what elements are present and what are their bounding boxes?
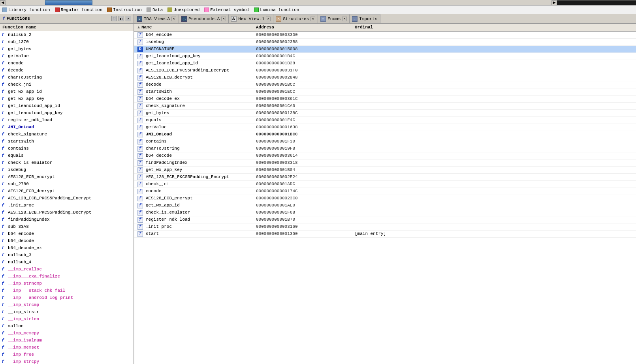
table-row[interactable]: fcharToJstring0000000000019F8: [134, 145, 636, 152]
function-list-item[interactable]: fb64_encode: [0, 230, 134, 237]
function-list-item[interactable]: fget_leancloud_app_id: [0, 102, 134, 109]
table-row[interactable]: fget_leancloud_app_id000000000001B28: [134, 60, 636, 67]
function-list-item[interactable]: fJNI_OnLoad: [0, 124, 134, 131]
function-list-item[interactable]: f__imp___stack_chk_fail: [0, 287, 134, 294]
function-list-item[interactable]: fb64_decode: [0, 237, 134, 244]
table-row[interactable]: fgetValue0000000000001638: [134, 124, 636, 131]
scrollbar-track[interactable]: [6, 0, 551, 5]
table-header: ▲ Name Address Ordinal: [134, 24, 636, 32]
table-row[interactable]: fb64_encode00000000000033D0: [134, 32, 636, 39]
function-list-item[interactable]: f__imp_isalnum: [0, 337, 134, 344]
panel-close-btn[interactable]: ✕: [126, 16, 131, 21]
scroll-left-btn[interactable]: ◀: [0, 0, 6, 5]
table-row[interactable]: fget_wx_app_key000000000001B04: [134, 167, 636, 174]
table-row[interactable]: fget_leancloud_app_key000000000001B4C: [134, 53, 636, 60]
function-list-item[interactable]: fget_leancloud_app_key: [0, 109, 134, 116]
function-list-item[interactable]: fnullsub_3: [0, 251, 134, 259]
tab-close-enums[interactable]: ✕: [342, 17, 347, 21]
function-list-item[interactable]: fcheck_is_emulator: [0, 159, 134, 166]
table-row[interactable]: fAES_128_ECB_PKCS5Padding_Decrypt0000000…: [134, 67, 636, 74]
function-list-item[interactable]: f__imp_strcpy: [0, 358, 134, 364]
function-icon: f: [2, 302, 6, 308]
table-row[interactable]: fregister_ndk_load000000000001B70: [134, 216, 636, 223]
tab-close-pseudo[interactable]: ✕: [221, 17, 226, 21]
function-list-item[interactable]: fstartsWith: [0, 138, 134, 145]
table-row[interactable]: fb64_decode0000000000003614: [134, 152, 636, 159]
function-list-item[interactable]: fget_wx_app_key: [0, 95, 134, 102]
tab-close-ida[interactable]: ✕: [171, 17, 176, 21]
top-scrollbar[interactable]: ◀ ▶: [0, 0, 636, 6]
function-list-item[interactable]: fdecode: [0, 67, 134, 74]
table-row[interactable]: fequals000000000001F4C: [134, 117, 636, 124]
tab-hex-view-1[interactable]: 🖧 Hex View-1 ✕: [229, 14, 273, 23]
tab-imports[interactable]: ↓ Imports: [350, 14, 380, 23]
function-list-item[interactable]: f__imp_strcmp: [0, 301, 134, 308]
function-list-item[interactable]: fmalloc: [0, 323, 134, 330]
tab-structures[interactable]: A Structures ✕: [273, 14, 318, 23]
function-list-item[interactable]: fgetValue: [0, 53, 134, 60]
panel-minimize-btn[interactable]: □: [111, 16, 117, 21]
function-list-item[interactable]: f__imp_free: [0, 351, 134, 358]
tab-close-structures[interactable]: ✕: [310, 17, 315, 21]
function-list-item[interactable]: f__imp___android_log_print: [0, 294, 134, 301]
table-row[interactable]: fcheck_is_emulator000000000001F68: [134, 209, 636, 216]
table-row[interactable]: fAES128_ECB_encrypt00000000000023C0: [134, 195, 636, 202]
tab-pseudocode-a[interactable]: { } Pseudocode-A ✕: [179, 14, 229, 23]
function-list-item[interactable]: f__imp_strncmp: [0, 280, 134, 287]
table-body[interactable]: fb64_encode00000000000033D0fisdebug00000…: [134, 32, 636, 364]
table-row[interactable]: fJNI_OnLoad0000000000001BCC: [134, 131, 636, 138]
function-list-item[interactable]: fnullsub_4: [0, 259, 134, 266]
table-row[interactable]: f.init_proc0000000000003160: [134, 223, 636, 231]
function-list-item[interactable]: fcheck_jni: [0, 81, 134, 88]
function-list-item[interactable]: f__imp___cxa_finalize: [0, 273, 134, 280]
table-row[interactable]: fget_bytes000000000000138C: [134, 110, 636, 117]
function-list-item[interactable]: fAES_128_ECB_PKCS5Padding_Encrypt: [0, 195, 134, 202]
table-row[interactable]: fb64_decode_ex000000000000361C: [134, 96, 636, 103]
function-list-item[interactable]: fcheck_signature: [0, 131, 134, 138]
scroll-right-btn[interactable]: ▶: [551, 0, 557, 5]
table-row[interactable]: fcheck_signature000000000001CA0: [134, 103, 636, 110]
tab-close-hex[interactable]: ✕: [266, 17, 271, 21]
function-list-item[interactable]: f__imp_strlen: [0, 315, 134, 323]
function-list-item[interactable]: fAES128_ECB_encrypt: [0, 173, 134, 180]
function-list-item[interactable]: fget_wx_app_id: [0, 88, 134, 95]
function-list-item[interactable]: fget_bytes: [0, 45, 134, 53]
function-list-item[interactable]: fsub_33A8: [0, 223, 134, 230]
function-list-item[interactable]: fcharToJstring: [0, 74, 134, 81]
function-list-item[interactable]: fsub_2780: [0, 180, 134, 188]
table-row[interactable]: DUNSIGNATURE0000000000015008: [134, 46, 636, 53]
function-name: get_wx_app_id: [8, 88, 42, 95]
function-list-item[interactable]: fnullsub_2: [0, 31, 134, 38]
function-list-item[interactable]: f__imp_strstr: [0, 308, 134, 315]
table-row[interactable]: fAES128_ECB_decrypt0000000000002848: [134, 74, 636, 81]
table-row[interactable]: fcheck_jni000000000001ADC: [134, 181, 636, 188]
function-list-item[interactable]: fequals: [0, 152, 134, 159]
function-list-item[interactable]: fAES_128_ECB_PKCS5Padding_Decrypt: [0, 209, 134, 216]
function-list-item[interactable]: f.init_proc: [0, 202, 134, 209]
function-list-item[interactable]: fcontains: [0, 145, 134, 152]
table-row[interactable]: fcontains000000000001F30: [134, 138, 636, 145]
function-list-item[interactable]: fb64_decode_ex: [0, 244, 134, 251]
table-row[interactable]: fAES_128_ECB_PKCS5Padding_Encrypt0000000…: [134, 174, 636, 181]
function-list-item[interactable]: f__imp_realloc: [0, 266, 134, 273]
table-row[interactable]: fisdebug00000000000023B8: [134, 39, 636, 46]
panel-restore-btn[interactable]: ◧: [119, 16, 124, 21]
tab-ida-view-a[interactable]: A IDA View-A ✕: [134, 14, 179, 23]
table-row[interactable]: fstart0000000000001350[main entry]: [134, 231, 636, 238]
function-list-item[interactable]: fisdebug: [0, 166, 134, 173]
function-list-item[interactable]: ffindPaddingIndex: [0, 216, 134, 223]
function-list-item[interactable]: f__imp_memcpy: [0, 330, 134, 337]
function-list-item[interactable]: fencode: [0, 60, 134, 67]
table-row[interactable]: fencode000000000000174C: [134, 188, 636, 195]
table-row[interactable]: fget_wx_app_id000000000001AE0: [134, 202, 636, 209]
table-row[interactable]: ffindPaddingIndex0000000000003318: [134, 159, 636, 167]
function-list-item[interactable]: fAES128_ECB_decrypt: [0, 188, 134, 195]
tab-enums[interactable]: ≡ Enums ✕: [318, 14, 350, 23]
function-list-item[interactable]: fregister_ndk_load: [0, 116, 134, 124]
function-list-item[interactable]: f__imp_memset: [0, 344, 134, 351]
functions-list[interactable]: fnullsub_2fsub_1370fget_bytesfgetValuefe…: [0, 31, 134, 364]
scrollbar-thumb[interactable]: [45, 0, 92, 5]
table-row[interactable]: fstartsWith000000000001ECC: [134, 88, 636, 96]
function-list-item[interactable]: fsub_1370: [0, 38, 134, 45]
table-row[interactable]: fdecode000000000001BCC: [134, 81, 636, 88]
